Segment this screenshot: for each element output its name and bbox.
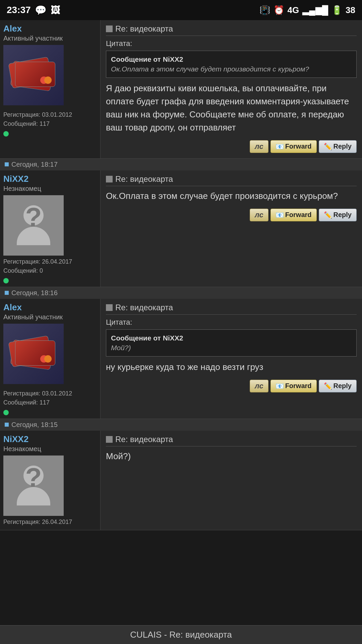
post-title-icon	[106, 304, 113, 311]
post-item: Alex Активный участник	[0, 299, 362, 419]
date-separator: Сегодня, 18:17	[0, 159, 362, 170]
reg-date: Регистрация: 26.04.2017	[3, 518, 72, 527]
post-title: Re: видеокарта	[106, 174, 357, 186]
quote-label: Цитата:	[106, 39, 357, 48]
signal-label: 4G	[288, 5, 299, 15]
post-actions: лс 📧 Forward ✏️ Reply	[106, 138, 357, 154]
date-label: Сегодня, 18:16	[11, 289, 58, 297]
quote-author: Сообщение от NiXX2	[111, 54, 352, 64]
post-title-text: Re: видеокарта	[115, 174, 173, 184]
user-meta: Регистрация: 26.04.2017 Сообщений: 0	[3, 257, 72, 275]
time: 23:37	[7, 5, 31, 15]
vibrate-icon: 📳	[259, 5, 270, 15]
status-bar: 23:37 💬 🖼 📳 ⏰ 4G ▂▄▆█ 🔋 38	[0, 0, 362, 20]
online-indicator	[3, 410, 9, 415]
post-actions: лс 📧 Forward ✏️ Reply	[106, 207, 357, 223]
post-title: Re: видеокарта	[106, 303, 357, 315]
date-separator: Сегодня, 18:16	[0, 287, 362, 299]
date-label: Сегодня, 18:15	[11, 421, 58, 429]
forward-button[interactable]: 📧 Forward	[270, 380, 317, 392]
chat-icon: 💬	[35, 5, 47, 16]
post-title-text: Re: видеокарта	[115, 435, 173, 444]
battery-icon: 🔋	[331, 5, 342, 15]
reg-date: Регистрация: 26.04.2017	[3, 257, 72, 266]
post-title-icon	[106, 176, 113, 182]
forward-icon: 📧	[276, 143, 284, 151]
avatar	[3, 45, 64, 105]
user-sidebar: Alex Активный участник	[0, 299, 101, 419]
username: NiXX2	[3, 174, 28, 184]
user-sidebar: NiXX2 Незнакомец ? Регистрация: 26.04.20…	[0, 170, 101, 287]
date-dot	[5, 162, 9, 166]
post-text: Я даю реквизиты киви кошелька, вы оплачи…	[106, 82, 357, 134]
ls-button[interactable]: лс	[250, 140, 268, 153]
post-title-icon	[106, 25, 113, 32]
post-actions: лс 📧 Forward ✏️ Reply	[106, 378, 357, 394]
reg-date: Регистрация: 03.01.2012	[3, 110, 72, 119]
date-label: Сегодня, 18:17	[11, 161, 58, 168]
quote-text: Ок.Оплата в этом случае будет производит…	[111, 64, 352, 74]
user-role: Незнакомец	[3, 185, 41, 193]
post-body: Re: видеокарта Мой?)	[101, 431, 362, 530]
user-role: Активный участник	[3, 35, 63, 42]
forward-button[interactable]: 📧 Forward	[270, 209, 317, 221]
reply-icon: ✏️	[324, 382, 332, 390]
post-item: Alex Активный участник	[0, 20, 362, 159]
date-separator: Сегодня, 18:15	[0, 419, 362, 431]
status-right: 📳 ⏰ 4G ▂▄▆█ 🔋 38	[259, 5, 355, 15]
reg-date: Регистрация: 03.01.2012	[3, 389, 72, 398]
post-body: Re: видеокарта Ок.Оплата в этом случае б…	[101, 170, 362, 287]
online-indicator	[3, 131, 9, 137]
user-role: Активный участник	[3, 313, 63, 321]
forward-button[interactable]: 📧 Forward	[270, 140, 317, 153]
reply-button[interactable]: ✏️ Reply	[319, 380, 357, 392]
username: Alex	[3, 302, 22, 313]
posts-container: Alex Активный участник	[0, 20, 362, 530]
post-text: ну курьерке куда то же надо везти груз	[106, 361, 357, 374]
message-count: Сообщений: 117	[3, 398, 72, 407]
post-body: Re: видеокарта Цитата: Сообщение от NiXX…	[101, 20, 362, 158]
user-sidebar: NiXX2 Незнакомец ? Регистрация: 26.04.20…	[0, 431, 101, 530]
reply-icon: ✏️	[324, 143, 332, 151]
post-text: Мой?)	[106, 450, 357, 463]
user-sidebar: Alex Активный участник	[0, 20, 101, 158]
user-meta: Регистрация: 26.04.2017	[3, 518, 72, 527]
user-role: Незнакомец	[3, 445, 41, 453]
date-dot	[5, 291, 9, 295]
message-count: Сообщений: 0	[3, 266, 72, 275]
post-title: Re: видеокарта	[106, 435, 357, 446]
quote-label: Цитата:	[106, 318, 357, 327]
post-title: Re: видеокарта	[106, 24, 357, 36]
quote-text: Мой?)	[111, 343, 352, 353]
user-meta: Регистрация: 03.01.2012 Сообщений: 117	[3, 110, 72, 128]
post-item: NiXX2 Незнакомец ? Регистрация: 26.04.20…	[0, 431, 362, 530]
bottom-bar: CULAIS - Re: видеокарта	[0, 625, 362, 644]
avatar	[3, 324, 64, 384]
image-icon: 🖼	[51, 5, 60, 16]
alarm-icon: ⏰	[274, 5, 284, 15]
username: NiXX2	[3, 434, 28, 444]
battery-level: 38	[346, 5, 355, 15]
reply-icon: ✏️	[324, 211, 332, 219]
reply-button[interactable]: ✏️ Reply	[319, 140, 357, 153]
post-body: Re: видеокарта Цитата: Сообщение от NiXX…	[101, 299, 362, 419]
avatar: ?	[3, 195, 64, 256]
message-count: Сообщений: 117	[3, 119, 72, 128]
ls-button[interactable]: лс	[250, 380, 268, 392]
bottom-title: CULAIS - Re: видеокарта	[130, 630, 232, 640]
date-dot	[5, 423, 9, 427]
online-indicator	[3, 278, 9, 283]
forward-icon: 📧	[276, 211, 284, 219]
status-left: 23:37 💬 🖼	[7, 5, 60, 16]
ls-button[interactable]: лс	[250, 209, 268, 221]
post-item: NiXX2 Незнакомец ? Регистрация: 26.04.20…	[0, 170, 362, 287]
reply-button[interactable]: ✏️ Reply	[319, 209, 357, 221]
post-title-text: Re: видеокарта	[115, 303, 173, 312]
quote-box: Сообщение от NiXX2 Мой?)	[106, 329, 357, 357]
user-meta: Регистрация: 03.01.2012 Сообщений: 117	[3, 389, 72, 407]
forward-icon: 📧	[276, 382, 284, 390]
avatar: ?	[3, 455, 64, 516]
post-title-text: Re: видеокарта	[115, 24, 173, 34]
signal-bars: ▂▄▆█	[302, 5, 328, 15]
post-text: Ок.Оплата в этом случае будет производит…	[106, 190, 357, 203]
